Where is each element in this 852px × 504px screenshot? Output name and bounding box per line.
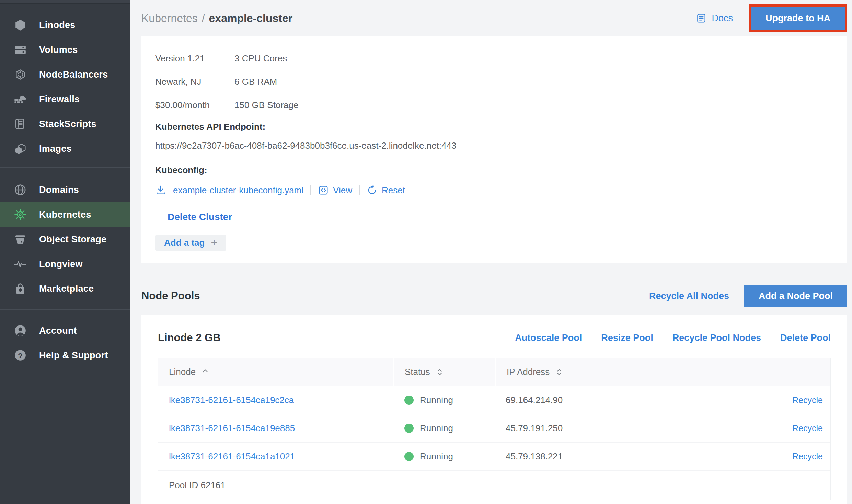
column-header-ip-address[interactable]: IP Address [495, 358, 661, 386]
pool-id-footer: Pool ID 62161 [158, 471, 830, 500]
kubeconfig-download-link[interactable]: example-cluster-kubeconfig.yaml [173, 185, 303, 196]
sidebar-item-firewalls[interactable]: Firewalls [0, 87, 130, 112]
reset-refresh-icon [367, 185, 378, 196]
sidebar-item-help-support[interactable]: ? Help & Support [0, 343, 130, 368]
column-header-linode[interactable]: Linode [158, 358, 393, 386]
sidebar-item-volumes[interactable]: Volumes [0, 37, 130, 62]
globe-icon [14, 183, 27, 196]
add-tag-button[interactable]: Add a tag + [155, 235, 226, 251]
api-endpoint-url: https://9e2a7307-b6ac-408f-ba62-9483b0b3… [155, 139, 833, 153]
breadcrumb-separator: / [202, 12, 205, 25]
bucket-icon [14, 233, 27, 246]
status-running-dot [404, 452, 414, 461]
sidebar-item-stackscripts[interactable]: StackScripts [0, 112, 130, 136]
header-actions: Docs Upgrade to HA [696, 4, 847, 32]
breadcrumb: Kubernetes / example-cluster [141, 12, 292, 25]
kubeconfig-label: Kubeconfig: [155, 163, 833, 177]
recycle-pool-nodes-link[interactable]: Recycle Pool Nodes [672, 333, 761, 343]
sidebar-item-longview[interactable]: Longview [0, 252, 130, 276]
node-pools-title: Node Pools [141, 290, 200, 302]
volumes-icon [14, 43, 27, 56]
table-header-row: Linode Status IP Address [158, 358, 830, 386]
node-link[interactable]: lke38731-62161-6154ca1a1021 [169, 451, 295, 461]
reset-label: Reset [382, 185, 405, 196]
ip-address-cell: 45.79.138.221 [495, 451, 661, 462]
linode-cube-icon [14, 19, 27, 32]
recycle-node-link[interactable]: Recycle [792, 451, 823, 461]
cluster-cpu: 3 CPU Cores [234, 51, 298, 66]
docs-link[interactable]: Docs [696, 13, 733, 24]
status-cell: Running [393, 451, 495, 462]
pool-action-links: Autoscale Pool Resize Pool Recycle Pool … [515, 333, 831, 343]
sidebar-top-strip [0, 0, 130, 4]
pool-card-header: Linode 2 GB Autoscale Pool Resize Pool R… [158, 327, 831, 349]
cluster-region: Newark, NJ [155, 75, 234, 89]
cluster-price: $30.00/month [155, 98, 234, 112]
user-avatar-icon [14, 324, 27, 337]
column-header-actions [661, 358, 830, 386]
resize-pool-link[interactable]: Resize Pool [601, 333, 653, 343]
cluster-specs: Version 1.21 3 CPU Cores Newark, NJ 6 GB… [155, 51, 298, 112]
ip-address-cell: 45.79.191.250 [495, 423, 661, 434]
sidebar-item-label: Kubernetes [39, 209, 91, 220]
svg-text:?: ? [18, 351, 23, 360]
column-label: Status [405, 367, 430, 377]
recycle-node-link[interactable]: Recycle [792, 395, 823, 405]
delete-cluster-link[interactable]: Delete Cluster [168, 211, 232, 222]
linode-cloud-manager: Linodes Volumes [0, 0, 852, 504]
add-tag-label: Add a tag [164, 238, 205, 248]
sidebar-item-kubernetes[interactable]: Kubernetes [0, 202, 130, 227]
sidebar-divider [0, 167, 130, 168]
main-content: Kubernetes / example-cluster Docs Upgrad… [130, 0, 852, 504]
upgrade-to-ha-button[interactable]: Upgrade to HA [751, 7, 845, 30]
sidebar-item-label: Marketplace [39, 284, 94, 294]
recycle-node-link[interactable]: Recycle [792, 423, 823, 433]
status-running-dot [404, 396, 414, 405]
kubeconfig-view-action[interactable]: View [318, 185, 352, 196]
docs-label: Docs [712, 13, 733, 24]
node-link[interactable]: lke38731-62161-6154ca19e885 [169, 423, 295, 433]
sidebar-item-label: Longview [39, 259, 83, 270]
sidebar-group-services: Domains Kubernetes [0, 177, 130, 301]
pulse-icon [14, 257, 27, 271]
sidebar-item-images[interactable]: Images [0, 136, 130, 161]
sidebar-item-marketplace[interactable]: Marketplace [0, 276, 130, 301]
add-node-pool-button[interactable]: Add a Node Pool [744, 285, 847, 307]
table-row: lke38731-62161-6154ca19e885 Running 45.7… [158, 414, 830, 443]
sidebar-item-label: Firewalls [39, 94, 80, 105]
autoscale-pool-link[interactable]: Autoscale Pool [515, 333, 582, 343]
node-link[interactable]: lke38731-62161-6154ca19c2ca [169, 395, 294, 405]
delete-pool-link[interactable]: Delete Pool [780, 333, 831, 343]
status-label: Running [420, 451, 453, 462]
annotation-highlight-box: Upgrade to HA [749, 4, 847, 32]
sidebar-item-label: Domains [39, 185, 79, 195]
column-label: Linode [169, 367, 196, 377]
code-view-icon [318, 185, 329, 196]
cluster-version: Version 1.21 [155, 51, 234, 66]
column-header-status[interactable]: Status [393, 358, 495, 386]
sidebar-item-label: Object Storage [39, 234, 106, 245]
recycle-all-nodes-link[interactable]: Recycle All Nodes [649, 291, 729, 301]
vertical-divider [359, 185, 360, 195]
kubeconfig-reset-action[interactable]: Reset [367, 185, 405, 196]
download-icon [155, 185, 166, 196]
plus-icon: + [211, 237, 217, 249]
sidebar-group-account: Account ? Help & Support [0, 318, 130, 368]
page-header: Kubernetes / example-cluster Docs Upgrad… [141, 0, 847, 36]
status-label: Running [420, 395, 453, 405]
cluster-summary-card: Version 1.21 3 CPU Cores Newark, NJ 6 GB… [141, 36, 847, 263]
sidebar-item-linodes[interactable]: Linodes [0, 13, 130, 37]
column-label: IP Address [507, 367, 550, 377]
sidebar-item-account[interactable]: Account [0, 318, 130, 343]
status-cell: Running [393, 395, 495, 405]
sidebar: Linodes Volumes [0, 0, 130, 504]
sidebar-item-domains[interactable]: Domains [0, 177, 130, 202]
sidebar-item-label: Account [39, 325, 77, 336]
sidebar-item-nodebalancers[interactable]: NodeBalancers [0, 62, 130, 87]
kubernetes-helm-icon [14, 208, 27, 221]
question-mark-icon: ? [14, 349, 27, 362]
sidebar-item-object-storage[interactable]: Object Storage [0, 227, 130, 252]
images-icon [14, 142, 27, 155]
pool-name: Linode 2 GB [158, 332, 221, 344]
breadcrumb-parent-link[interactable]: Kubernetes [141, 12, 198, 25]
